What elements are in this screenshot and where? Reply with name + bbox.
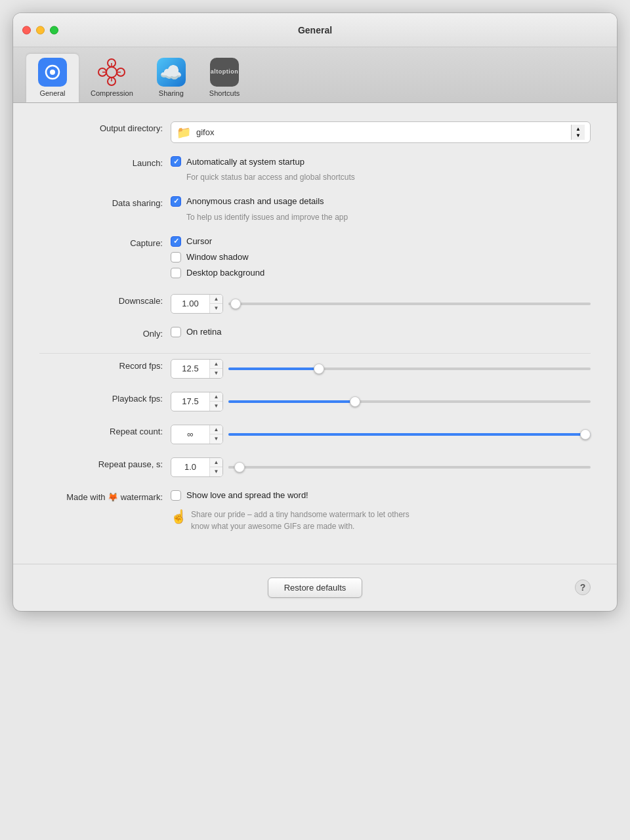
- tab-compression[interactable]: Compression: [79, 54, 145, 102]
- capture-shadow-label: Window shadow: [186, 252, 249, 262]
- capture-shadow-checkbox[interactable]: [171, 252, 181, 262]
- repeat-count-step-down[interactable]: ▼: [210, 434, 222, 444]
- watermark-row: Made with 🦊 watermark: Show love and spr…: [39, 490, 591, 532]
- capture-cursor-checkbox[interactable]: [171, 236, 181, 247]
- main-window: General General: [13, 13, 617, 611]
- svg-point-2: [106, 67, 117, 77]
- general-icon: [38, 58, 67, 87]
- data-sharing-label: Data sharing:: [39, 196, 171, 208]
- repeat-count-track: [228, 433, 591, 436]
- repeat-count-value: ∞: [171, 427, 209, 442]
- launch-checkbox-row: Automatically at system startup: [171, 156, 591, 167]
- downscale-slider[interactable]: [228, 297, 591, 310]
- playback-fps-steppers: ▲ ▼: [209, 392, 222, 411]
- repeat-pause-step-down[interactable]: ▼: [210, 467, 222, 476]
- repeat-count-thumb[interactable]: [580, 429, 591, 440]
- maximize-button[interactable]: [50, 26, 58, 34]
- stepper-up[interactable]: ▲: [576, 126, 581, 133]
- downscale-step-down[interactable]: ▼: [210, 304, 222, 313]
- repeat-pause-thumb[interactable]: [234, 462, 245, 472]
- repeat-count-slider[interactable]: [228, 428, 591, 441]
- compression-icon: [97, 58, 126, 87]
- capture-desktop-checkbox[interactable]: [171, 268, 181, 278]
- record-fps-track: [228, 368, 591, 370]
- output-directory-row: Output directory: 📁 gifox ▲ ▼: [39, 121, 591, 143]
- minimize-button[interactable]: [36, 26, 45, 34]
- repeat-pause-track: [228, 466, 591, 469]
- capture-cursor-row: Cursor: [171, 236, 591, 247]
- record-fps-step-down[interactable]: ▼: [210, 369, 222, 378]
- repeat-count-label: Repeat count:: [39, 425, 171, 436]
- record-fps-step-up[interactable]: ▲: [210, 360, 222, 369]
- playback-fps-row: Playback fps: 17.5 ▲ ▼: [39, 392, 591, 411]
- only-row: Only: On retina: [39, 327, 591, 340]
- title-bar: General: [13, 13, 617, 47]
- playback-fps-track: [228, 400, 591, 403]
- repeat-count-input[interactable]: ∞ ▲ ▼: [171, 425, 223, 444]
- playback-fps-slider[interactable]: [228, 395, 591, 408]
- tab-general[interactable]: General: [26, 54, 79, 102]
- traffic-lights: [22, 26, 58, 34]
- data-sharing-row: Data sharing: Anonymous crash and usage …: [39, 196, 591, 223]
- restore-defaults-button[interactable]: Restore defaults: [268, 578, 363, 598]
- data-sharing-hint: To help us identify issues and improve t…: [186, 212, 591, 223]
- only-checkbox-label: On retina: [186, 327, 221, 337]
- sharing-icon: ☁️: [157, 58, 186, 87]
- tab-shortcuts[interactable]: alt option Shortcuts: [198, 54, 251, 102]
- downscale-input-wrapper: 1.00 ▲ ▼: [171, 294, 591, 314]
- repeat-pause-input[interactable]: 1.0 ▲ ▼: [171, 457, 223, 477]
- only-checkbox[interactable]: [171, 327, 181, 337]
- data-sharing-control: Anonymous crash and usage details To hel…: [171, 196, 591, 223]
- playback-fps-step-down[interactable]: ▼: [210, 402, 222, 411]
- record-fps-fill: [228, 368, 319, 370]
- record-fps-slider[interactable]: [228, 362, 591, 375]
- data-sharing-checkbox[interactable]: [171, 196, 181, 207]
- playback-fps-input[interactable]: 17.5 ▲ ▼: [171, 392, 223, 411]
- playback-fps-label: Playback fps:: [39, 392, 171, 404]
- directory-stepper[interactable]: ▲ ▼: [571, 125, 585, 140]
- launch-label: Launch:: [39, 156, 171, 168]
- repeat-count-step-up[interactable]: ▲: [210, 425, 222, 434]
- watermark-desc: Share our pride – add a tiny handsome wa…: [191, 509, 427, 532]
- downscale-thumb[interactable]: [230, 299, 241, 309]
- repeat-pause-row: Repeat pause, s: 1.0 ▲ ▼: [39, 457, 591, 477]
- only-label: Only:: [39, 327, 171, 339]
- playback-fps-value: 17.5: [171, 394, 209, 409]
- window-title: General: [298, 25, 332, 35]
- watermark-checkbox[interactable]: [171, 490, 181, 501]
- repeat-pause-steppers: ▲ ▼: [209, 458, 222, 476]
- directory-select[interactable]: 📁 gifox ▲ ▼: [171, 121, 591, 143]
- repeat-pause-step-up[interactable]: ▲: [210, 458, 222, 467]
- downscale-input[interactable]: 1.00 ▲ ▼: [171, 294, 223, 314]
- launch-control: Automatically at system startup For quic…: [171, 156, 591, 183]
- launch-checkbox[interactable]: [171, 156, 181, 167]
- shortcuts-icon: alt option: [210, 58, 239, 87]
- downscale-step-up[interactable]: ▲: [210, 295, 222, 304]
- record-fps-thumb[interactable]: [314, 364, 324, 374]
- record-fps-wrapper: 12.5 ▲ ▼: [171, 359, 591, 379]
- watermark-hint-block: ☝️ Share our pride – add a tiny handsome…: [171, 506, 591, 532]
- playback-fps-thumb[interactable]: [350, 396, 360, 407]
- downscale-row: Downscale: 1.00 ▲ ▼: [39, 294, 591, 314]
- playback-fps-wrapper: 17.5 ▲ ▼: [171, 392, 591, 411]
- folder-icon: 📁: [177, 125, 191, 140]
- watermark-control: Show love and spread the word! ☝️ Share …: [171, 490, 591, 532]
- capture-desktop-label: Desktop background: [186, 268, 264, 278]
- close-button[interactable]: [22, 26, 31, 34]
- watermark-label: Made with 🦊 watermark:: [39, 490, 171, 502]
- watermark-checkbox-row: Show love and spread the word!: [171, 490, 591, 501]
- record-fps-input[interactable]: 12.5 ▲ ▼: [171, 359, 223, 379]
- tab-sharing[interactable]: ☁️ Sharing: [145, 54, 198, 102]
- playback-fps-step-up[interactable]: ▲: [210, 392, 222, 402]
- toolbar: General Compression ☁️: [13, 47, 617, 103]
- stepper-down[interactable]: ▼: [576, 133, 581, 139]
- data-sharing-checkbox-row: Anonymous crash and usage details: [171, 196, 591, 207]
- repeat-count-fill: [228, 433, 591, 436]
- help-button[interactable]: ?: [575, 579, 591, 595]
- data-sharing-checkbox-label: Anonymous crash and usage details: [186, 196, 324, 206]
- repeat-pause-slider[interactable]: [228, 461, 591, 474]
- downscale-control: 1.00 ▲ ▼: [171, 294, 591, 314]
- output-directory-control: 📁 gifox ▲ ▼: [171, 121, 591, 143]
- record-fps-control: 12.5 ▲ ▼: [171, 359, 591, 379]
- repeat-count-wrapper: ∞ ▲ ▼: [171, 425, 591, 444]
